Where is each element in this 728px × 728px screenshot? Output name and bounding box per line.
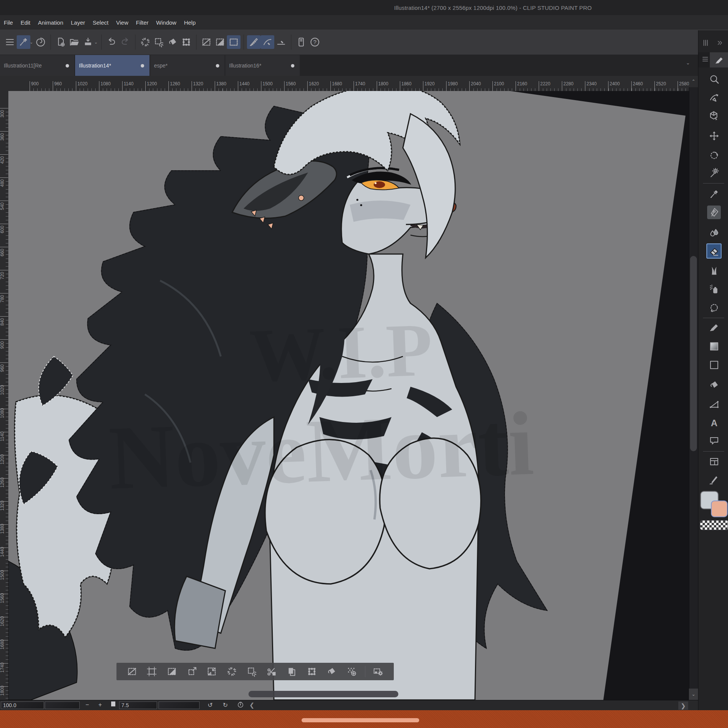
scroll-up-button[interactable]: ⌃: [689, 76, 698, 87]
horizontal-scrollbar-thumb[interactable]: [248, 691, 398, 697]
zoom-in-button[interactable]: +: [96, 701, 105, 708]
sub-color-swatch[interactable]: [711, 500, 728, 517]
frame-border-tool[interactable]: [707, 455, 721, 468]
correction-line-tool[interactable]: [707, 474, 721, 487]
pen-tool[interactable]: [707, 206, 721, 219]
main-menu-button[interactable]: [3, 35, 17, 49]
launcher-copy-paste-button[interactable]: [285, 665, 299, 678]
tab-espe[interactable]: espe*: [150, 55, 225, 76]
help-button[interactable]: ?: [308, 35, 322, 49]
menu-select[interactable]: Select: [89, 15, 112, 30]
menu-file[interactable]: File: [0, 15, 17, 30]
airbrush-tool[interactable]: [707, 282, 721, 296]
launcher-copy-paste-icon: [286, 666, 297, 677]
scroll-right-button[interactable]: ❯: [678, 701, 688, 710]
redo-button[interactable]: [118, 35, 132, 49]
active-tool-tab[interactable]: [710, 52, 728, 67]
object-tool[interactable]: [707, 91, 721, 105]
launcher-new-tone-button[interactable]: [345, 665, 358, 678]
undo-button[interactable]: [105, 35, 118, 49]
launcher-expand-selection-button[interactable]: [185, 665, 199, 678]
current-tool-dropdown[interactable]: ⌄: [30, 40, 33, 45]
menu-help[interactable]: Help: [180, 15, 200, 30]
tab-label: espe*: [154, 63, 168, 69]
blend-tool[interactable]: [707, 301, 721, 315]
rotation-slider[interactable]: [159, 701, 200, 709]
marker-tool[interactable]: [707, 320, 721, 334]
operation-tool[interactable]: [707, 109, 721, 122]
menu-view[interactable]: View: [112, 15, 132, 30]
selection-border-rays-button[interactable]: [152, 35, 166, 49]
selection-mode-button[interactable]: [227, 35, 241, 49]
companion-mode-button[interactable]: [294, 35, 308, 49]
launcher-select-area-button[interactable]: [145, 665, 159, 678]
tab-overflow-chevron-icon[interactable]: ⌄: [686, 60, 690, 66]
rotation-value-field[interactable]: 7.5: [119, 701, 157, 709]
launcher-settings-button[interactable]: [371, 665, 385, 678]
panel-collapse-icon[interactable]: [717, 39, 723, 46]
tool-menu-icon[interactable]: [701, 55, 709, 63]
launcher-deselect-button[interactable]: [125, 665, 139, 678]
fit-view-button[interactable]: [108, 701, 118, 706]
clip-studio-logo-button[interactable]: [34, 35, 47, 49]
launcher-fill-button[interactable]: [325, 665, 338, 678]
ruler-left-label: 1140: [0, 432, 8, 432]
reset-view-button[interactable]: [235, 701, 246, 708]
statusbar-collapse-icon[interactable]: ❮: [248, 701, 256, 709]
snap-to-grid-button[interactable]: [274, 35, 288, 49]
tab-illustration14[interactable]: Illustration14*: [75, 55, 149, 76]
zoom-tool[interactable]: [707, 72, 721, 86]
open-file-button[interactable]: [68, 35, 81, 49]
menu-edit[interactable]: Edit: [17, 15, 34, 30]
menu-window[interactable]: Window: [153, 15, 180, 30]
canvas-artwork[interactable]: W.I.P NoveMorti: [8, 91, 689, 700]
tab-illustration16[interactable]: Illustration16*: [225, 55, 300, 76]
fill-tool[interactable]: [707, 378, 721, 392]
zoom-value-field[interactable]: 100.0: [1, 701, 44, 709]
text-tool[interactable]: A: [707, 416, 721, 430]
snap-to-special-ruler-button[interactable]: [261, 35, 274, 49]
launcher-shrink-selection-button[interactable]: [205, 665, 219, 678]
brush-tool[interactable]: [707, 226, 721, 239]
transform-button[interactable]: [179, 35, 193, 49]
launcher-transform-button[interactable]: [305, 665, 319, 678]
eyedropper-tool[interactable]: [707, 187, 721, 201]
scroll-down-button[interactable]: ⌄: [689, 689, 698, 700]
blur-selection-border-button[interactable]: [138, 35, 152, 49]
menu-animation[interactable]: Animation: [34, 15, 67, 30]
rotate-canvas-tool[interactable]: [707, 148, 721, 162]
save-dropdown[interactable]: ⌄: [94, 40, 97, 45]
gradient-tool[interactable]: [707, 339, 721, 353]
transparent-color-swatch[interactable]: [700, 520, 728, 530]
rotate-ccw-button[interactable]: ↺: [205, 701, 215, 709]
save-file-button[interactable]: [81, 35, 95, 49]
auto-select-tool[interactable]: [707, 166, 721, 179]
menu-layer[interactable]: Layer: [67, 15, 89, 30]
figure-tool[interactable]: [707, 397, 721, 411]
menu-filter[interactable]: Filter: [132, 15, 152, 30]
deselect-button[interactable]: [200, 35, 213, 49]
home-indicator[interactable]: [302, 718, 419, 722]
vertical-scrollbar-thumb[interactable]: [690, 256, 697, 451]
ruler-top-label: 1740: [354, 81, 365, 91]
zoom-out-button[interactable]: −: [83, 701, 92, 708]
panel-grip-icon[interactable]: [701, 39, 710, 47]
launcher-clear-border-button[interactable]: [245, 665, 259, 678]
decoration-tool[interactable]: [707, 264, 721, 277]
tab-illustration11re[interactable]: Illustration11[Re: [0, 55, 74, 76]
eraser-tool[interactable]: [706, 243, 722, 259]
fill-selection-button[interactable]: [166, 35, 179, 49]
launcher-invert-selection-button[interactable]: [165, 665, 179, 678]
frame-tool[interactable]: [707, 358, 721, 372]
current-tool-button[interactable]: [17, 35, 30, 49]
rotate-cw-button[interactable]: ↻: [220, 701, 231, 709]
move-layer-tool[interactable]: [707, 129, 721, 143]
launcher-cut-paste-button[interactable]: [265, 665, 278, 678]
invert-selection-button[interactable]: [213, 35, 227, 49]
canvas-viewport[interactable]: W.I.P NoveMorti: [8, 91, 689, 700]
launcher-blur-border-button[interactable]: [225, 665, 239, 678]
snap-to-ruler-button[interactable]: [247, 35, 261, 49]
zoom-slider[interactable]: [45, 701, 80, 709]
balloon-tool[interactable]: [707, 434, 721, 447]
new-file-button[interactable]: [54, 35, 68, 49]
